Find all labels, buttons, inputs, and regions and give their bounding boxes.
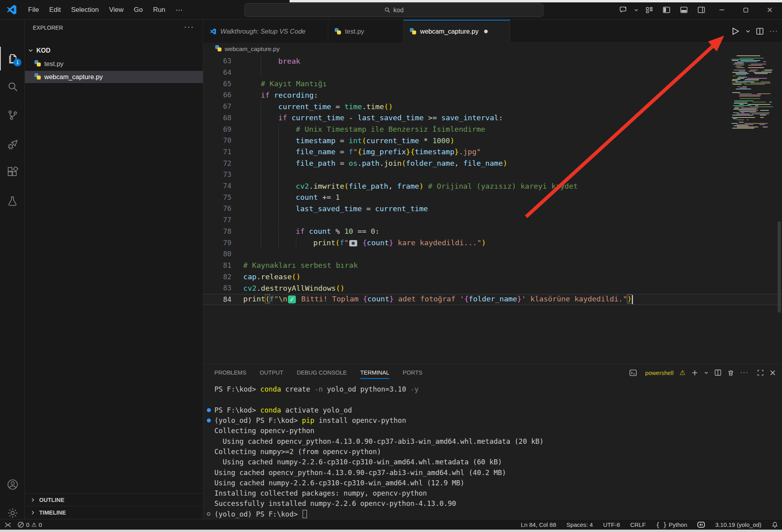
menu-bar: FileEditSelectionViewGoRun⋯ [23, 0, 187, 20]
code-line-82[interactable]: 82cap.release() [203, 271, 782, 282]
menu-file[interactable]: File [23, 4, 44, 16]
terminal-output[interactable]: PS F:\kod> conda create -n yolo_od pytho… [203, 384, 782, 519]
code-editor[interactable]: 63break6465# Kayıt Mantığı66if recording… [203, 55, 782, 364]
close-button[interactable] [757, 0, 782, 20]
copilot-chevron-icon[interactable] [632, 0, 640, 20]
code-line-64[interactable]: 64 [203, 67, 782, 78]
code-line-79[interactable]: 79print(f" {count} kare kaydedildi...") [203, 237, 782, 248]
tab-walkthrough-setup-vs-code[interactable]: Walkthrough: Setup VS Code [203, 20, 328, 43]
command-center-search[interactable]: kod [244, 3, 543, 17]
tab-test.py[interactable]: test.py [328, 20, 403, 43]
outline-label: OUTLINE [39, 497, 64, 503]
menu-go[interactable]: Go [129, 4, 148, 16]
code-line-72[interactable]: 72file_path = os.path.join(folder_name, … [203, 157, 782, 169]
editor-area: Walkthrough: Setup VS Codetest.pywebcam_… [203, 20, 782, 519]
desktop-edge-bottom [0, 530, 782, 532]
minimize-button[interactable] [710, 0, 734, 20]
extensions-activity-icon[interactable] [0, 160, 25, 184]
terminal-line: PS F:\kod> conda create -n yolo_od pytho… [214, 384, 418, 394]
run-python-file-button[interactable] [731, 27, 740, 36]
run-debug-activity-icon[interactable] [0, 133, 25, 156]
toggle-primary-sidebar-icon[interactable] [658, 0, 675, 20]
code-line-66[interactable]: 66if recording: [203, 89, 782, 101]
panel-more-actions-icon[interactable]: ··· [740, 369, 749, 376]
code-line-75[interactable]: 75count += 1 [203, 191, 782, 203]
menu-view[interactable]: View [104, 4, 129, 16]
run-dropdown-chevron-icon[interactable] [746, 29, 750, 34]
folder-row-kod[interactable]: KOD [25, 45, 203, 56]
search-activity-icon[interactable] [0, 75, 25, 98]
code-line-76[interactable]: 76last_saved_time = current_time [203, 203, 782, 214]
outline-section[interactable]: OUTLINE [25, 493, 203, 506]
tab-webcam-capture.py[interactable]: webcam_capture.py [403, 20, 510, 43]
terminal-line: Collecting opencv-python [214, 426, 314, 436]
minimap[interactable] [731, 55, 775, 131]
panel-tab-ports[interactable]: PORTS [403, 368, 422, 377]
account-icon[interactable] [0, 473, 25, 496]
status-crlf[interactable]: CRLF [630, 521, 646, 528]
problems-indicator[interactable]: 0 ⚠ 0 [17, 521, 42, 528]
split-terminal-icon[interactable] [714, 369, 721, 376]
code-line-74[interactable]: 74cv2.imwrite(file_path, frame) # Orijin… [203, 180, 782, 192]
desktop-edge-top [290, 0, 782, 2]
command-success-dot [207, 418, 211, 422]
code-line-78[interactable]: 78if count % 10 == 0: [203, 226, 782, 237]
code-line-63[interactable]: 63break [203, 55, 782, 67]
code-line-73[interactable]: 73 [203, 169, 782, 180]
code-line-69[interactable]: 69# Unix Timestamp ile Benzersiz İsimlen… [203, 123, 782, 135]
menu-run[interactable]: Run [148, 4, 170, 16]
status-bell[interactable] [772, 521, 778, 528]
menu-edit[interactable]: Edit [44, 4, 66, 16]
testing-activity-icon[interactable] [0, 189, 25, 213]
code-line-71[interactable]: 71file_name = f"{img_prefix}{timestamp}.… [203, 146, 782, 158]
terminal-line: Installing collected packages: numpy, op… [214, 488, 427, 498]
kill-terminal-icon[interactable] [727, 369, 734, 376]
editor-scrollbar[interactable] [778, 222, 781, 312]
panel-tab-debug-console[interactable]: DEBUG CONSOLE [297, 368, 347, 377]
new-terminal-button[interactable] [691, 369, 698, 376]
status-ln-84-col-88[interactable]: Ln 84, Col 88 [521, 521, 556, 528]
toggle-panel-icon[interactable] [675, 0, 693, 20]
status-copilot[interactable] [697, 522, 705, 528]
remote-indicator[interactable] [4, 521, 12, 528]
terminal-line: (yolo_od) PS F:\kod> pip install opencv-… [214, 415, 406, 426]
split-editor-icon[interactable] [756, 27, 764, 35]
code-line-67[interactable]: 67current_time = time.time() [203, 101, 782, 112]
code-line-80[interactable]: 80 [203, 248, 782, 260]
status-utf-8[interactable]: UTF-8 [603, 521, 620, 528]
status-python[interactable]: { }Python [656, 521, 687, 528]
code-line-68[interactable]: 68if current_time - last_saved_time >= s… [203, 112, 782, 124]
code-line-83[interactable]: 83cv2.destroyAllWindows() [203, 282, 782, 294]
sidebar-more-actions-icon[interactable]: ··· [184, 22, 194, 31]
code-line-70[interactable]: 70timestamp = int(current_time * 1000) [203, 135, 782, 146]
status-spaces-4[interactable]: Spaces: 4 [566, 521, 593, 528]
customize-layout-icon[interactable] [640, 0, 658, 20]
code-line-84[interactable]: 84print(f"\n✓ Bitti! Toplam {count} adet… [203, 294, 782, 305]
file-item-test.py[interactable]: test.py [25, 58, 203, 70]
panel-tab-output[interactable]: OUTPUT [260, 368, 284, 377]
shell-label[interactable]: powershell [645, 369, 674, 376]
maximize-button[interactable] [734, 0, 757, 20]
explorer-activity-icon[interactable]: 1 [0, 47, 25, 70]
terminal-dropdown-chevron-icon[interactable] [704, 371, 708, 375]
shell-warning-icon[interactable]: ⚠ [680, 369, 685, 377]
status-3-10-19-yolo-od-[interactable]: 3.10.19 (yolo_od) [715, 521, 761, 528]
menu-selection[interactable]: Selection [66, 4, 104, 16]
panel-tab-problems[interactable]: PROBLEMS [214, 368, 246, 377]
maximize-panel-icon[interactable] [757, 369, 764, 376]
code-line-81[interactable]: 81# Kaynakları serbest bırak [203, 260, 782, 271]
warning-icon: ⚠ [31, 521, 36, 528]
editor-more-actions-icon[interactable]: ··· [769, 28, 778, 35]
file-item-webcam_capture.py[interactable]: webcam_capture.py [25, 71, 203, 83]
panel-tab-terminal[interactable]: TERMINAL [360, 368, 389, 377]
code-line-77[interactable]: 77 [203, 214, 782, 226]
source-control-activity-icon[interactable] [0, 103, 25, 127]
copilot-chat-icon[interactable] [614, 0, 632, 20]
close-panel-icon[interactable] [770, 370, 776, 376]
code-line-65[interactable]: 65# Kayıt Mantığı [203, 78, 782, 89]
timeline-section[interactable]: TIMELINE [25, 506, 203, 519]
tab-label: Walkthrough: Setup VS Code [220, 28, 305, 35]
breadcrumb[interactable]: webcam_capture.py [203, 43, 782, 55]
toggle-secondary-sidebar-icon[interactable] [693, 0, 710, 20]
menu-[interactable]: ⋯ [170, 4, 187, 17]
